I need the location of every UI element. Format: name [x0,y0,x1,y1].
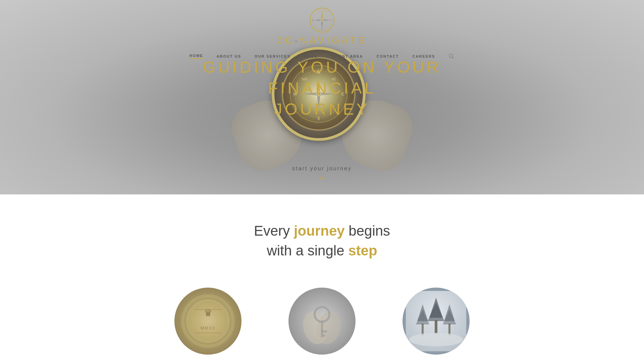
logo-dash: - [295,35,300,46]
hero-title-line2: JOURNEY [171,99,473,120]
tagline-before2: with a single [267,243,348,258]
hero-title: GUIDING YOU ON YOUR FINANCIAL JOURNEY [171,57,473,120]
tagline-line1: Every journey begins [254,221,390,241]
nav-careers[interactable]: CAREERS [413,54,435,58]
svg-rect-46 [435,320,437,334]
content-section: Every journey begins with a single step … [0,194,644,362]
logo-icon: N S W E [309,7,335,34]
header: N S W E CO-NAVIGATE HOME ABOUT US OUR SE… [0,0,644,63]
main-nav: HOME ABOUT US OUR SERVICES NEWS CLIENT A… [190,50,455,63]
svg-marker-20 [321,21,323,29]
nav-services[interactable]: OUR SERVICES [255,54,290,58]
logo-text: CO-NAVIGATE [277,35,368,46]
hero-section: N S W E NE NW [0,0,644,194]
tagline: Every journey begins with a single step [254,221,390,261]
circle-item-forest [402,288,470,355]
svg-line-29 [452,57,454,59]
tagline-line2: with a single step [254,241,390,261]
coin-svg: ♛ MMXX [178,291,238,351]
tagline-before1: Every [254,223,294,239]
svg-text:N: N [321,11,323,13]
svg-text:E: E [331,19,333,21]
search-icon[interactable] [448,53,454,59]
tagline-after1: begins [345,223,390,239]
svg-point-28 [449,54,453,58]
svg-point-23 [321,19,323,21]
svg-marker-22 [323,19,331,21]
circle-coin: ♛ MMXX [174,288,241,355]
circle-item-key [288,288,356,355]
svg-point-53 [409,333,463,346]
logo-co: CO [277,35,295,46]
circles-row: ♛ MMXX [174,288,470,355]
nav-about[interactable]: ABOUT US [217,54,241,58]
svg-text:S: S [321,28,323,31]
svg-marker-21 [313,19,321,21]
hero-content: GUIDING YOU ON YOUR FINANCIAL JOURNEY [171,57,473,120]
hero-title-line1: GUIDING YOU ON YOUR FINANCIAL [171,57,473,99]
svg-rect-42 [321,335,325,337]
chevron-down-icon[interactable]: ⌄ [292,172,352,181]
logo-navigate: NAVIGATE [300,35,367,46]
journey-cta[interactable]: start your journey ⌄ [292,166,352,181]
circle-forest [402,288,470,355]
forest-svg [406,291,466,351]
tagline-highlight2: step [348,243,377,258]
logo-container: N S W E CO-NAVIGATE [277,7,368,46]
journey-cta-text: start your journey [292,166,352,171]
svg-text:W: W [312,19,314,21]
nav-client-area[interactable]: CLIENT AREA [331,54,363,58]
svg-rect-41 [321,330,327,333]
nav-news[interactable]: NEWS [304,54,318,58]
tagline-highlight1: journey [294,223,345,239]
svg-text:MMXX: MMXX [201,326,215,330]
circle-item-coin: ♛ MMXX [174,288,241,355]
key-svg [292,291,352,351]
nav-contact[interactable]: CONTACT [377,54,399,58]
circle-key [288,288,356,355]
nav-home[interactable]: HOME [190,54,203,59]
